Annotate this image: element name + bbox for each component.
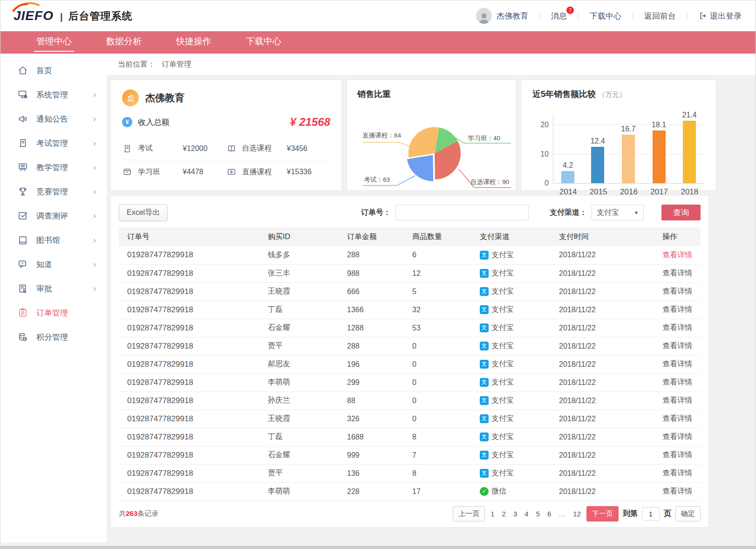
revenue-item-label: 自选课程 [242,144,281,153]
logout-link[interactable]: 退出登录 [699,11,742,21]
system-icon [17,89,28,100]
sidebar-item-首页[interactable]: 首页 [0,58,107,82]
back-to-front-link[interactable]: 返回前台 [644,11,676,21]
cell-quantity: 8 [412,428,480,446]
view-details-link[interactable]: 查看详情 [662,378,692,386]
excel-export-button[interactable]: Excel导出 [119,204,168,221]
sidebar-item-系统管理[interactable]: 系统管理› [0,82,107,107]
table-row: 019287477829918丁磊136632支支付宝2018/11/22查看详… [119,301,701,319]
breadcrumb-current: 订单管理 [162,60,191,69]
goto-confirm-button[interactable]: 确定 [675,506,701,522]
view-details-link[interactable]: 查看详情 [662,487,692,495]
chevron-right-icon: › [93,137,96,149]
page-number-4[interactable]: 4 [523,510,530,518]
table-row: 019287477829918钱多多2886支支付宝2018/11/22查看详情 [119,246,701,264]
nav-tab-管理中心[interactable]: 管理中心 [19,31,89,54]
sidebar-item-label: 知道 [36,259,52,270]
page-number-3[interactable]: 3 [512,510,518,518]
table-filters: Excel导出 订单号： 支付渠道： 支付宝 ▼ 查询 [119,202,701,223]
messages-link[interactable]: 消息 7 [551,11,567,21]
cell-amount: 299 [347,373,412,391]
chevron-right-icon: › [93,283,96,294]
view-details-link[interactable]: 查看详情 [662,414,692,422]
page-number-5[interactable]: 5 [535,510,541,518]
sidebar-item-考试管理[interactable]: 考试管理› [0,131,107,155]
view-details-link[interactable]: 查看详情 [662,287,692,295]
order-no-label: 订单号： [361,208,391,218]
library-icon [17,234,28,246]
download-center-link[interactable]: 下载中心 [590,11,621,21]
header-divider [687,13,688,20]
view-details-link[interactable]: 查看详情 [662,305,692,313]
alipay-icon: 支 [480,360,489,369]
view-details-link[interactable]: 查看详情 [662,342,692,350]
pay-channel-name: 微信 [491,487,506,496]
table-row: 019287477829918贾平1368支支付宝2018/11/22查看详情 [119,464,701,482]
sidebar-item-通知公告[interactable]: 通知公告› [0,107,107,131]
pay-channel-select[interactable]: 支付宝 ▼ [592,205,644,220]
user-avatar[interactable] [476,8,492,24]
sidebar-item-订单管理[interactable]: 订单管理 [0,301,107,325]
chevron-right-icon: › [93,186,96,197]
system-title: 后台管理系统 [68,9,133,23]
search-button[interactable]: 查询 [661,205,701,220]
pie-slice-直播课程 [409,127,439,158]
cell-order-no: 019287477829918 [119,410,268,428]
view-details-link[interactable]: 查看详情 [662,451,692,459]
view-details-link[interactable]: 查看详情 [662,396,692,404]
prev-page-button[interactable]: 上一页 [453,506,485,522]
revenue-item-label: 学习班 [138,167,177,177]
sidebar-item-教学管理[interactable]: 教学管理› [0,155,107,179]
revenue-item-value: ¥3456 [287,144,308,153]
points-icon [17,331,28,343]
cell-buyer-id: 王晓霞 [268,282,347,301]
approval-icon [17,283,28,294]
column-header-支付渠道: 支付渠道 [480,227,559,246]
orders-table: 订单号购买ID订单金额商品数量支付渠道支付时间操作 01928747782991… [119,227,701,501]
order-no-input[interactable] [395,205,529,220]
view-details-link[interactable]: 查看详情 [662,469,692,477]
cell-quantity: 32 [412,301,480,319]
cell-pay-channel: 支支付宝 [480,355,559,373]
cell-pay-time: 2018/11/22 [559,355,662,373]
bar-rect [561,171,574,183]
page-number-2[interactable]: 2 [501,510,507,518]
cell-order-no: 019287477829918 [119,282,268,301]
chevron-right-icon: › [93,89,96,100]
sidebar-item-label: 积分管理 [36,332,68,343]
nav-tab-快捷操作[interactable]: 快捷操作 [159,31,229,54]
cell-buyer-id: 张三丰 [268,264,347,282]
view-details-link[interactable]: 查看详情 [662,432,692,440]
cell-buyer-id: 贾平 [268,337,347,355]
know-icon: ? [17,259,28,270]
sidebar-item-图书馆[interactable]: 图书馆› [0,228,107,252]
page-number-1[interactable]: 1 [489,510,496,518]
page-number-6[interactable]: 6 [546,510,552,518]
view-details-link[interactable]: 查看详情 [662,323,692,331]
page-number-12[interactable]: 12 [572,510,582,518]
alipay-icon: 支 [480,305,489,314]
cell-amount: 136 [347,464,412,482]
alipay-icon: 支 [480,378,489,387]
sidebar-item-审批[interactable]: 审批› [0,276,107,301]
user-name[interactable]: 杰佛教育 [497,11,528,21]
view-details-link[interactable]: 查看详情 [662,251,692,259]
bar-chart: 010204.212.416.718.121.4 [553,114,705,184]
bar-value-label: 16.7 [621,125,635,133]
sidebar-item-积分管理[interactable]: 积分管理 [0,325,107,349]
svg-text:?: ? [21,261,24,266]
sidebar-item-label: 教学管理 [36,162,68,173]
cell-order-no: 019287477829918 [119,482,268,501]
nav-tab-数据分析[interactable]: 数据分析 [89,31,159,54]
cell-order-no: 019287477829918 [119,446,268,464]
sidebar-item-调查测评[interactable]: 调查测评› [0,204,107,228]
goto-page-input[interactable] [642,507,660,521]
sidebar-item-竞赛管理[interactable]: 竞赛管理› [0,179,107,204]
view-details-link[interactable]: 查看详情 [662,269,692,277]
sidebar-item-知道[interactable]: ?知道› [0,252,107,276]
view-details-link[interactable]: 查看详情 [662,360,692,368]
next-page-button[interactable]: 下一页 [586,506,619,522]
records-total-suffix: 条记录 [137,509,158,517]
alipay-icon: 支 [480,469,489,478]
nav-tab-下载中心[interactable]: 下载中心 [229,31,299,54]
